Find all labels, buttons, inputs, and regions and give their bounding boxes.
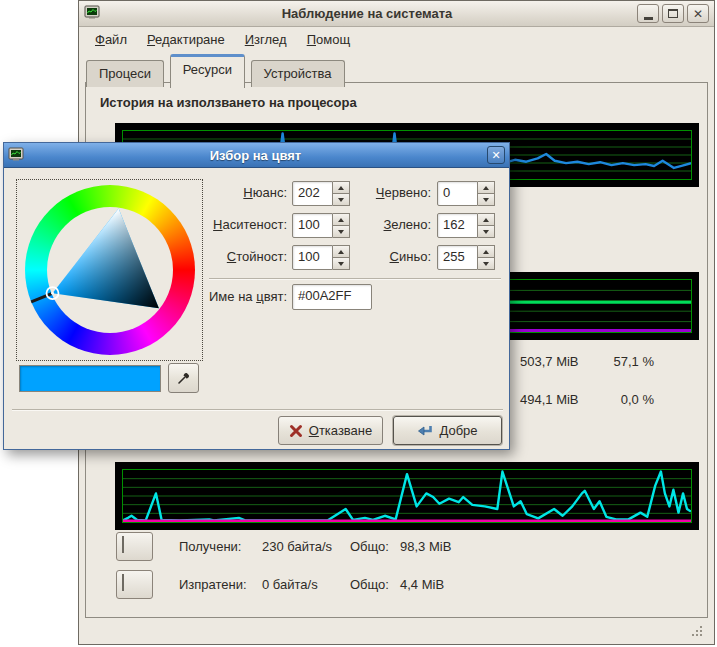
main-window-title: Наблюдение на системата bbox=[100, 6, 634, 21]
red-spinbox: 0 bbox=[437, 181, 495, 206]
received-total-label: Общо: bbox=[350, 539, 389, 554]
sent-total: 4,4 MiB bbox=[400, 577, 444, 592]
color-name-input[interactable]: #00A2FF bbox=[292, 284, 372, 310]
arrow-up-icon bbox=[483, 250, 489, 254]
color-wheel[interactable] bbox=[25, 185, 195, 355]
arrow-up-icon bbox=[338, 186, 344, 190]
eyedropper-button[interactable] bbox=[168, 363, 199, 393]
arrow-up-icon bbox=[483, 186, 489, 190]
blue-spin-down[interactable] bbox=[478, 258, 495, 270]
arrow-up-icon bbox=[338, 218, 344, 222]
sent-color-swatch bbox=[122, 574, 124, 591]
main-titlebar[interactable]: Наблюдение на системата ✕ bbox=[79, 1, 714, 27]
close-button[interactable]: ✕ bbox=[687, 4, 709, 23]
value-spinbox: 100 bbox=[292, 245, 350, 270]
saturation-spinner bbox=[333, 213, 350, 238]
value-label: Стойност: bbox=[194, 249, 287, 264]
blue-input[interactable]: 255 bbox=[437, 245, 478, 270]
selected-color-preview bbox=[19, 365, 161, 392]
red-spin-up[interactable] bbox=[478, 181, 495, 194]
tab-processes[interactable]: Процеси bbox=[86, 60, 164, 87]
saturation-spin-down[interactable] bbox=[333, 226, 350, 238]
blue-label: Синьо: bbox=[354, 249, 431, 264]
swap-used-amount: 494,1 MiB bbox=[520, 392, 579, 407]
red-spinner bbox=[478, 181, 495, 206]
red-label: Червено: bbox=[354, 185, 431, 200]
arrow-up-icon bbox=[338, 250, 344, 254]
color-name-label: Име на цвят: bbox=[194, 289, 287, 304]
dialog-close-button[interactable]: ✕ bbox=[487, 146, 505, 164]
ok-button[interactable]: Добре bbox=[393, 416, 502, 445]
dialog-icon bbox=[8, 146, 24, 165]
memory-used-percent: 57,1 % bbox=[586, 354, 654, 369]
blue-spinner bbox=[478, 245, 495, 270]
menu-help[interactable]: Помощ bbox=[297, 29, 360, 50]
tab-devices[interactable]: Устройства bbox=[251, 60, 345, 87]
eyedropper-icon bbox=[176, 370, 192, 386]
received-rate: 230 байта/s bbox=[262, 539, 332, 554]
hue-spin-down[interactable] bbox=[333, 194, 350, 206]
menu-view[interactable]: Изглед bbox=[235, 29, 297, 50]
cancel-button-label: Отказване bbox=[309, 423, 373, 438]
dialog-body: Нюанс: 202 Наситеност: 100 Стойност: 100 bbox=[4, 168, 509, 449]
dialog-titlebar[interactable]: Избор на цвят ✕ bbox=[4, 143, 509, 168]
tab-resources[interactable]: Ресурси bbox=[170, 54, 245, 88]
sent-total-label: Общо: bbox=[350, 577, 389, 592]
statusbar bbox=[85, 620, 708, 644]
dialog-title: Избор на цвят bbox=[24, 148, 487, 163]
green-spinner bbox=[478, 213, 495, 238]
sent-rate: 0 байта/s bbox=[262, 577, 318, 592]
arrow-up-icon bbox=[483, 218, 489, 222]
menu-file[interactable]: Файл bbox=[85, 29, 137, 50]
arrow-down-icon bbox=[483, 198, 489, 202]
value-spin-down[interactable] bbox=[333, 258, 350, 270]
green-spin-down[interactable] bbox=[478, 226, 495, 238]
hue-spin-up[interactable] bbox=[333, 181, 350, 194]
memory-used-amount: 503,7 MiB bbox=[520, 354, 579, 369]
arrow-down-icon bbox=[483, 262, 489, 266]
network-history-chart bbox=[115, 462, 699, 530]
menu-edit[interactable]: Редактиране bbox=[137, 29, 235, 50]
received-color-button[interactable] bbox=[116, 532, 153, 561]
received-label: Получени: bbox=[179, 539, 241, 554]
green-input[interactable]: 162 bbox=[437, 213, 478, 238]
received-color-swatch bbox=[122, 536, 124, 553]
sent-color-button[interactable] bbox=[116, 570, 153, 599]
arrow-down-icon bbox=[338, 230, 344, 234]
hue-label: Нюанс: bbox=[194, 185, 287, 200]
received-total: 98,3 MiB bbox=[400, 539, 451, 554]
maximize-button[interactable] bbox=[662, 4, 684, 23]
arrow-down-icon bbox=[338, 198, 344, 202]
minimize-icon bbox=[644, 17, 653, 20]
close-icon: ✕ bbox=[491, 150, 500, 161]
red-input[interactable]: 0 bbox=[437, 181, 478, 206]
tabstrip: Процеси Ресурси Устройства bbox=[79, 54, 714, 84]
hue-input[interactable]: 202 bbox=[292, 181, 333, 206]
hue-spinbox: 202 bbox=[292, 181, 350, 206]
green-spinbox: 162 bbox=[437, 213, 495, 238]
minimize-button[interactable] bbox=[637, 4, 659, 23]
color-selector-dot bbox=[51, 292, 54, 295]
ok-button-label: Добре bbox=[439, 423, 477, 438]
green-spin-up[interactable] bbox=[478, 213, 495, 226]
button-area-separator bbox=[12, 409, 503, 411]
value-input[interactable]: 100 bbox=[292, 245, 333, 270]
network-chart-plot-area bbox=[122, 469, 692, 523]
arrow-down-icon bbox=[483, 230, 489, 234]
cancel-x-icon bbox=[289, 424, 303, 438]
blue-spin-up[interactable] bbox=[478, 245, 495, 258]
saturation-spin-up[interactable] bbox=[333, 213, 350, 226]
green-label: Зелено: bbox=[354, 217, 431, 232]
value-spin-up[interactable] bbox=[333, 245, 350, 258]
fields-separator bbox=[209, 278, 501, 280]
cpu-section-title: История на използването на процесора bbox=[100, 95, 357, 110]
saturation-input[interactable]: 100 bbox=[292, 213, 333, 238]
resize-grip[interactable] bbox=[689, 623, 704, 641]
app-icon bbox=[84, 4, 100, 23]
received-legend-row: Получени: 230 байта/s Общо: 98,3 MiB bbox=[116, 532, 700, 561]
cancel-button[interactable]: Отказване bbox=[278, 416, 383, 445]
blue-spinbox: 255 bbox=[437, 245, 495, 270]
red-spin-down[interactable] bbox=[478, 194, 495, 206]
maximize-icon bbox=[668, 9, 678, 18]
saturation-spinbox: 100 bbox=[292, 213, 350, 238]
